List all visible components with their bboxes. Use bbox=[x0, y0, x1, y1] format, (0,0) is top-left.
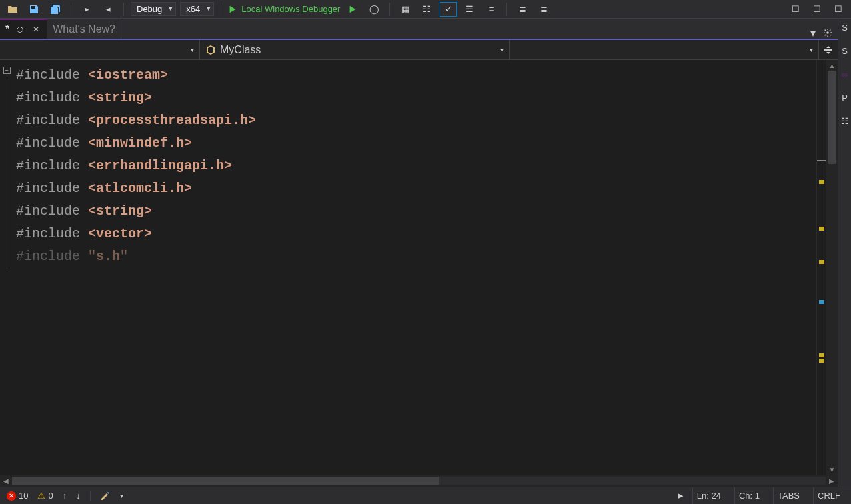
toolbar-separator bbox=[221, 3, 221, 16]
code-editor[interactable]: − #include <iostream>#include <string>#i… bbox=[0, 60, 838, 475]
toolbar-button[interactable]: ✓ bbox=[440, 2, 457, 17]
tab-settings-icon[interactable] bbox=[822, 27, 834, 39]
overview-ruler[interactable] bbox=[816, 60, 826, 475]
save-all-icon[interactable] bbox=[47, 2, 64, 17]
warning-icon: ⚠ bbox=[37, 491, 45, 501]
eol-mode[interactable]: CRLF bbox=[813, 487, 844, 504]
status-bar: ✕ 10 ⚠ 0 ↑ ↓ ▾ ▶ Ln: 24 Ch: 1 TABS CRLF bbox=[0, 487, 851, 504]
side-tab[interactable]: ☷ bbox=[841, 116, 849, 126]
warning-count[interactable]: ⚠ 0 bbox=[37, 491, 53, 501]
toolbar-button[interactable]: ≣ bbox=[535, 2, 552, 17]
side-tab[interactable]: ∞ bbox=[842, 69, 848, 79]
bookmark-icon[interactable]: ☐ bbox=[787, 2, 804, 17]
active-file-tab[interactable]: * ⭯ ✕ bbox=[0, 19, 47, 39]
open-file-icon[interactable] bbox=[4, 2, 21, 17]
svg-rect-0 bbox=[31, 6, 35, 9]
side-tab[interactable]: S bbox=[842, 23, 848, 33]
error-count[interactable]: ✕ 10 bbox=[7, 491, 28, 501]
toolbar-button[interactable]: ◯ bbox=[365, 2, 383, 17]
side-tab[interactable]: S bbox=[842, 46, 848, 56]
toolbar-separator bbox=[389, 3, 390, 16]
close-tab-icon[interactable]: ✕ bbox=[31, 24, 41, 35]
hscroll-track[interactable] bbox=[12, 477, 826, 485]
configuration-dropdown[interactable]: Debug bbox=[131, 2, 176, 16]
toolbar-button[interactable]: ≣ bbox=[514, 2, 531, 17]
nav-back-icon[interactable]: ▸ bbox=[78, 2, 95, 17]
bookmark-prev-icon[interactable]: ☐ bbox=[808, 2, 826, 17]
right-tool-tabs: S S ∞ P ☷ bbox=[838, 19, 851, 487]
bookmark-next-icon[interactable]: ☐ bbox=[830, 2, 847, 17]
chevron-down-icon: ▾ bbox=[500, 46, 504, 53]
scroll-left-arrow-icon[interactable]: ◀ bbox=[0, 477, 12, 485]
scope-dropdown[interactable]: ▾ bbox=[0, 40, 200, 59]
toolbar-button[interactable]: ▦ bbox=[397, 2, 414, 17]
col-value: 1 bbox=[755, 491, 760, 501]
line-label: Ln: bbox=[697, 491, 709, 501]
toolbar-button[interactable]: ☰ bbox=[461, 2, 478, 17]
indent-value: TABS bbox=[778, 491, 800, 501]
scroll-up-arrow-icon[interactable]: ▲ bbox=[826, 60, 838, 71]
fold-guide bbox=[7, 75, 7, 269]
tab-dirty-indicator: * bbox=[5, 23, 9, 35]
error-icon: ✕ bbox=[7, 491, 16, 501]
toolbar-button[interactable]: ≡ bbox=[482, 2, 500, 17]
warning-count-value: 0 bbox=[48, 491, 53, 501]
code-text-area[interactable]: #include <iostream>#include <string>#inc… bbox=[13, 60, 816, 475]
nav-forward-icon[interactable]: ◂ bbox=[99, 2, 117, 17]
class-value: MyClass bbox=[220, 44, 261, 56]
toolbar-button[interactable]: ☷ bbox=[418, 2, 436, 17]
scroll-down-arrow-icon[interactable]: ▼ bbox=[826, 464, 838, 475]
caret-col[interactable]: Ch: 1 bbox=[734, 487, 764, 504]
next-issue-icon[interactable]: ↓ bbox=[76, 491, 81, 501]
toolbar-separator bbox=[71, 3, 71, 16]
caret-line[interactable]: Ln: 24 bbox=[692, 487, 725, 504]
prev-issue-icon[interactable]: ↑ bbox=[63, 491, 67, 501]
vertical-scrollbar[interactable]: ▲ ▼ bbox=[826, 60, 838, 475]
hscroll-thumb[interactable] bbox=[12, 477, 439, 485]
chevron-down-icon: ▾ bbox=[191, 46, 194, 53]
brush-icon[interactable] bbox=[100, 491, 111, 501]
svg-rect-2 bbox=[824, 49, 832, 51]
document-tab-strip: * ⭯ ✕ What's New? ▾ bbox=[0, 19, 838, 40]
fold-toggle-icon[interactable]: − bbox=[3, 67, 11, 74]
start-without-debugging-icon[interactable] bbox=[344, 2, 361, 17]
editor-gutter[interactable]: − bbox=[0, 60, 13, 475]
start-debugging-button[interactable]: Local Windows Debugger bbox=[228, 4, 340, 14]
pin-tab-icon[interactable]: ⭯ bbox=[15, 24, 25, 35]
main-toolbar: ▸ ◂ Debug x64 Local Windows Debugger ◯ ▦… bbox=[0, 0, 851, 19]
play-icon[interactable]: ▶ bbox=[678, 491, 683, 500]
class-dropdown[interactable]: MyClass ▾ bbox=[200, 40, 510, 59]
split-editor-icon[interactable] bbox=[819, 45, 838, 55]
chevron-down-icon[interactable]: ▾ bbox=[120, 492, 123, 499]
scroll-right-arrow-icon[interactable]: ▶ bbox=[826, 477, 838, 485]
whats-new-tab[interactable]: What's New? bbox=[47, 19, 121, 39]
error-count-value: 10 bbox=[19, 491, 28, 501]
debugger-target-label: Local Windows Debugger bbox=[241, 4, 340, 14]
class-icon bbox=[205, 45, 216, 55]
svg-point-1 bbox=[826, 31, 829, 34]
scrollbar-track[interactable] bbox=[826, 71, 838, 464]
chevron-down-icon: ▾ bbox=[810, 46, 813, 53]
horizontal-scrollbar[interactable]: ◀ ▶ bbox=[0, 475, 838, 487]
toolbar-separator bbox=[123, 3, 124, 16]
scrollbar-thumb[interactable] bbox=[828, 71, 836, 164]
toolbar-separator bbox=[506, 3, 507, 16]
indent-mode[interactable]: TABS bbox=[773, 487, 804, 504]
status-separator bbox=[90, 491, 91, 501]
side-tab[interactable]: P bbox=[842, 93, 848, 103]
eol-value: CRLF bbox=[818, 491, 840, 501]
member-dropdown[interactable]: ▾ bbox=[510, 40, 819, 59]
tab-label: What's New? bbox=[53, 23, 115, 35]
line-value: 24 bbox=[711, 491, 720, 501]
platform-dropdown[interactable]: x64 bbox=[180, 2, 214, 16]
save-icon[interactable] bbox=[25, 2, 43, 17]
navigation-bar: ▾ MyClass ▾ ▾ bbox=[0, 40, 838, 60]
col-label: Ch: bbox=[739, 491, 752, 501]
tab-overflow-dropdown-icon[interactable]: ▾ bbox=[807, 27, 819, 39]
